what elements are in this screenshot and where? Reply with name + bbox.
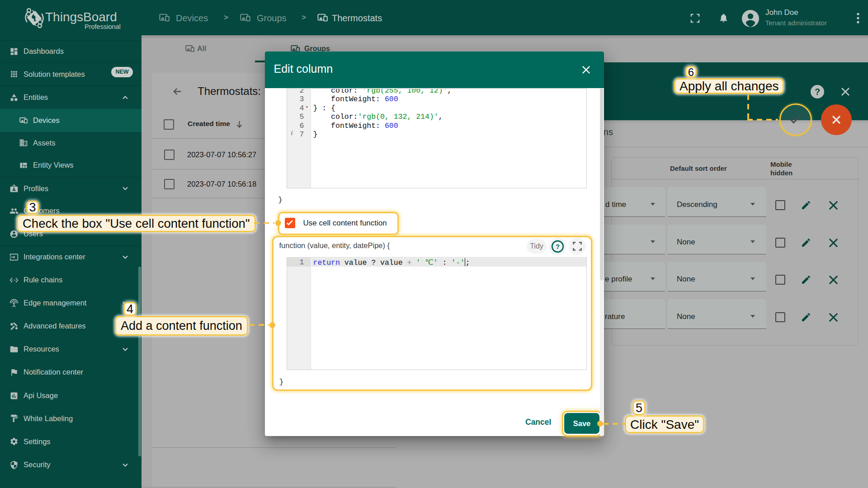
svg-text:?: ?: [815, 87, 820, 97]
svg-text:?: ?: [556, 243, 560, 250]
